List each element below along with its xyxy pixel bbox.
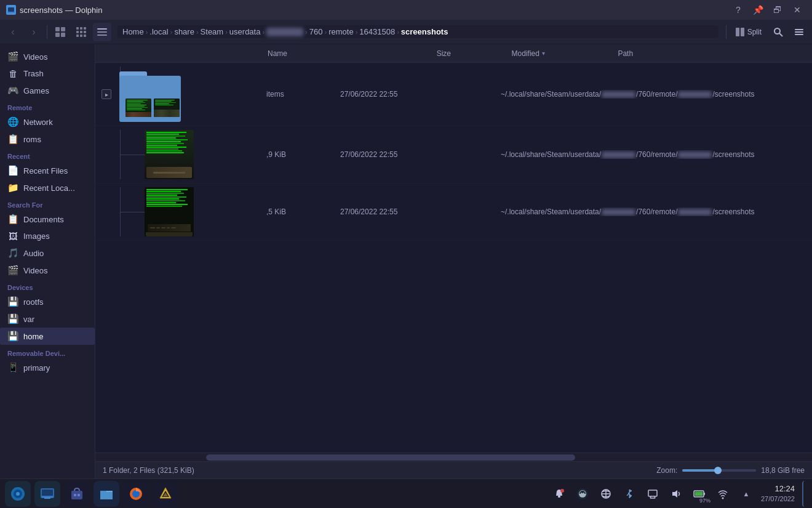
breadcrumb-local[interactable]: .local [149, 27, 168, 36]
sidebar-item-primary[interactable]: 📱 primary [0, 359, 95, 376]
videos-icon: 🎬 [7, 51, 18, 62]
breadcrumb-share[interactable]: share [174, 27, 194, 36]
view-details-button[interactable] [93, 23, 111, 41]
view-icons-button[interactable] [51, 23, 70, 41]
sidebar-item-trash[interactable]: 🗑 Trash [0, 65, 95, 82]
sidebar-item-var[interactable]: 💾 var [0, 310, 95, 328]
zoom-slider-thumb[interactable] [714, 467, 722, 474]
folder-body [119, 76, 181, 122]
svg-rect-30 [42, 490, 53, 496]
restore-button[interactable]: 🗗 [769, 3, 786, 17]
col-header-modified[interactable]: Modified ▾ [506, 44, 612, 62]
taskbar-app-kde[interactable] [5, 481, 31, 507]
taskbar-app-heroic[interactable] [153, 481, 178, 507]
breadcrumb-remote[interactable]: remote [328, 27, 353, 36]
scrollbar-thumb[interactable] [206, 454, 575, 461]
window-title: screenshots — Dolphin [20, 6, 102, 15]
col-header-size[interactable]: Size [431, 44, 506, 62]
breadcrumb-blurred-1[interactable] [266, 28, 303, 36]
tray-time-value: 12:24 [761, 484, 795, 494]
file-2-path: ~/.local/share/Steam/userdata//760/remot… [496, 208, 812, 216]
zoom-slider[interactable] [682, 469, 756, 472]
breadcrumb-steam[interactable]: Steam [201, 27, 224, 36]
breadcrumb-userdata[interactable]: userdata [229, 27, 261, 36]
file-1-date: 27/06/2022 22:55 [335, 150, 496, 159]
svg-rect-10 [76, 31, 79, 33]
sidebar-item-videos[interactable]: 🎬 Videos [0, 48, 95, 65]
svg-rect-32 [44, 498, 50, 499]
file-area: Name Size Modified ▾ Path ▸ [95, 44, 812, 478]
zoom-label: Zoom: [656, 466, 677, 475]
split-button[interactable]: Split [730, 23, 766, 41]
svg-rect-35 [78, 494, 80, 496]
tray-wifi-icon[interactable] [714, 485, 731, 502]
menu-button[interactable] [790, 23, 808, 41]
close-button[interactable]: ✕ [789, 3, 806, 17]
col-header-name[interactable]: Name [261, 44, 431, 62]
view-compact-button[interactable] [72, 23, 90, 41]
trash-icon: 🗑 [7, 68, 18, 79]
sidebar-item-games[interactable]: 🎮 Games [0, 82, 95, 99]
tray-show-desktop-icon[interactable] [802, 481, 807, 507]
tray-steam-icon[interactable] [574, 485, 591, 502]
sidebar-item-rootfs[interactable]: 💾 rootfs [0, 293, 95, 310]
tree-indent-2 [95, 187, 261, 236]
title-bar-controls: ? 📌 🗗 ✕ [730, 3, 806, 17]
svg-rect-5 [55, 33, 60, 37]
sidebar-label-images: Images [23, 232, 50, 241]
table-row[interactable]: ,9 KiB 27/06/2022 22:55 ~/.local/share/S… [95, 126, 812, 183]
svg-rect-2 [7, 12, 15, 13]
pin-button[interactable]: 📌 [749, 3, 766, 17]
tray-display-icon[interactable] [644, 485, 661, 502]
network-icon: 🌐 [7, 116, 18, 127]
breadcrumb-760[interactable]: 760 [309, 27, 323, 36]
sidebar-item-images[interactable]: 🖼 Images [0, 228, 95, 244]
sidebar-item-roms[interactable]: 📋 roms [0, 131, 95, 148]
col-header-path[interactable]: Path [611, 44, 812, 62]
taskbar-app-store[interactable] [64, 481, 90, 507]
sidebar-label-rootfs: rootfs [23, 297, 44, 307]
path-blurred-4 [678, 151, 712, 158]
sidebar-item-home[interactable]: 💾 home [0, 328, 95, 345]
folder-mini-img-2 [154, 99, 180, 117]
tray-bluetooth-icon[interactable] [621, 485, 638, 502]
tray-volume-icon[interactable] [667, 485, 685, 502]
svg-rect-23 [795, 29, 803, 30]
help-button[interactable]: ? [730, 3, 747, 17]
sidebar-item-documents[interactable]: 📋 Documents [0, 211, 95, 228]
breadcrumb-home[interactable]: Home [122, 27, 144, 36]
tray-bell-icon[interactable] [551, 485, 568, 502]
column-headers: Name Size Modified ▾ Path [95, 44, 812, 63]
forward-button[interactable]: › [25, 23, 43, 41]
svg-point-58 [722, 497, 723, 499]
svg-rect-16 [97, 28, 107, 30]
back-button[interactable]: ‹ [4, 23, 22, 41]
sidebar-section-removable: Removable Devi... [0, 345, 95, 359]
breadcrumb-16431508[interactable]: 16431508 [359, 27, 395, 36]
tray-expand-icon[interactable]: ▲ [738, 485, 755, 502]
search-button[interactable] [769, 23, 787, 41]
tray-network-icon[interactable] [597, 485, 615, 502]
file-2-date: 27/06/2022 22:55 [335, 208, 496, 216]
sidebar-item-recent-files[interactable]: 📄 Recent Files [0, 162, 95, 179]
taskbar-app-dolphin[interactable] [34, 481, 60, 507]
col-name-label: Name [268, 49, 287, 58]
tray-battery-icon[interactable]: 97% [691, 485, 708, 502]
sidebar-item-recent-locations[interactable]: 📁 Recent Loca... [0, 179, 95, 196]
expand-button[interactable]: ▸ [102, 89, 111, 99]
sidebar-item-network[interactable]: 🌐 Network [0, 113, 95, 131]
table-row[interactable]: ▸ [95, 63, 812, 126]
path-blurred-1 [602, 91, 635, 98]
sidebar-item-videos2[interactable]: 🎬 Videos [0, 262, 95, 279]
table-row[interactable]: ,5 KiB 27/06/2022 22:55 ~/.local/share/S… [95, 183, 812, 241]
breadcrumb-screenshots[interactable]: screenshots [401, 27, 448, 36]
sidebar-label-recent-files: Recent Files [23, 166, 68, 175]
sidebar-item-audio[interactable]: 🎵 Audio [0, 244, 95, 262]
svg-rect-18 [97, 34, 107, 36]
horizontal-scrollbar[interactable] [95, 453, 812, 461]
taskbar-app-files[interactable] [94, 481, 119, 507]
audio-icon: 🎵 [7, 248, 18, 259]
taskbar-app-firefox[interactable] [123, 481, 149, 507]
battery-percent: 97% [699, 498, 710, 504]
col-modified-label: Modified [512, 49, 539, 58]
